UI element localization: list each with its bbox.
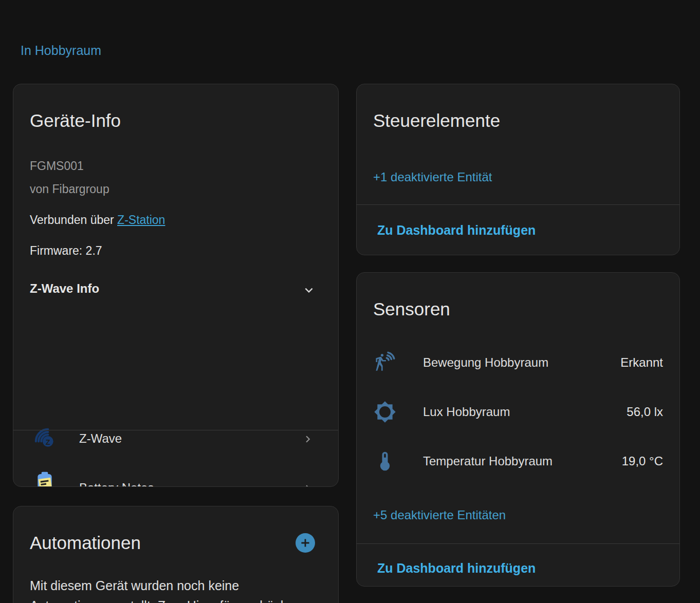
sensor-name: Bewegung Hobbyraum [423, 355, 548, 370]
connected-via-prefix: Verbunden über [30, 213, 117, 227]
zwave-icon: Z [31, 423, 57, 452]
sensors-add-to-dashboard-button[interactable]: Zu Dashboard hinzufügen [377, 561, 536, 576]
controls-title: Steuerelemente [373, 109, 500, 133]
zwave-row[interactable]: Z Z-Wave [13, 423, 338, 456]
zwave-info-label: Z-Wave Info [30, 281, 99, 296]
sensor-name: Temperatur Hobbyraum [423, 454, 552, 468]
device-manufacturer: von Fibargroup [30, 181, 109, 197]
zwave-info-expander[interactable]: Z-Wave Info [13, 279, 338, 302]
chevron-down-icon [301, 282, 317, 298]
battery-notes-icon [34, 470, 56, 487]
divider [357, 543, 679, 544]
automations-title: Automationen [30, 531, 141, 555]
sensors-disabled-entities-link[interactable]: +5 deaktivierte Entitäten [373, 507, 506, 523]
empty-text-line2: Automationen erstellt. Zum Hinzufügen dr… [30, 596, 294, 603]
plus-icon [299, 536, 312, 550]
sensor-value: Erkannt [620, 355, 663, 370]
sensor-value: 56,0 lx [627, 405, 663, 419]
svg-text:Z: Z [46, 438, 50, 446]
device-page: { "breadcrumb": { "label": "In Hobbyraum… [0, 0, 700, 603]
sensors-card: Sensoren Bewegung Hobbyraum Erkannt Lux … [356, 272, 680, 587]
sensor-row-temperature[interactable]: Temperatur Hobbyraum 19,0 °C [357, 448, 679, 477]
sensor-name: Lux Hobbyraum [423, 405, 510, 419]
empty-text-line1: Mit diesem Gerät wurden noch keine [30, 576, 294, 596]
connected-via-line: Verbunden über Z-Station [30, 212, 165, 228]
sensor-value: 19,0 °C [622, 454, 663, 468]
motion-sensor-icon [374, 351, 396, 374]
brightness-icon [374, 401, 396, 423]
device-info-card: Geräte-Info FGMS001 von Fibargroup Verbu… [13, 84, 339, 487]
add-automation-button[interactable] [296, 533, 315, 553]
automations-card: Automationen Mit diesem Gerät wurden noc… [13, 506, 339, 603]
battery-notes-row-label: Battery Notes [79, 481, 154, 487]
divider [13, 430, 338, 430]
divider [357, 204, 679, 205]
controls-add-to-dashboard-button[interactable]: Zu Dashboard hinzufügen [377, 223, 536, 238]
chevron-right-icon [301, 482, 315, 487]
sensor-row-motion[interactable]: Bewegung Hobbyraum Erkannt [357, 349, 679, 378]
chevron-right-icon [301, 432, 315, 446]
controls-card: Steuerelemente +1 deaktivierte Entität Z… [356, 84, 680, 255]
controls-disabled-entities-link[interactable]: +1 deaktivierte Entität [373, 169, 492, 185]
device-model: FGMS001 [30, 158, 84, 174]
device-info-title: Geräte-Info [30, 109, 121, 133]
automations-empty-text: Mit diesem Gerät wurden noch keine Autom… [30, 576, 294, 603]
zwave-row-label: Z-Wave [79, 431, 122, 446]
z-station-link[interactable]: Z-Station [117, 213, 165, 227]
battery-notes-row[interactable]: Battery Notes [13, 473, 338, 487]
breadcrumb-area-link[interactable]: In Hobbyraum [21, 43, 101, 58]
firmware-line: Firmware: 2.7 [30, 243, 102, 258]
thermometer-icon [374, 450, 396, 473]
sensor-row-lux[interactable]: Lux Hobbyraum 56,0 lx [357, 399, 679, 427]
sensors-title: Sensoren [373, 297, 450, 321]
